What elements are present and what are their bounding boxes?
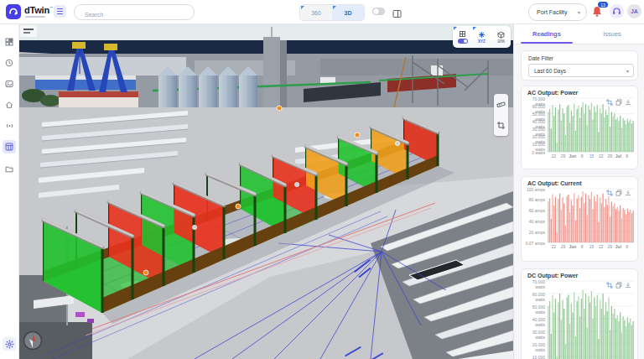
bar <box>587 328 588 359</box>
date-filter-dropdown[interactable]: Last 60 Days▾ <box>528 64 634 77</box>
chart-copy-icon[interactable] <box>615 99 622 106</box>
3d-viewport[interactable]: XYZ BIM <box>18 23 513 359</box>
bar <box>574 293 574 359</box>
bar <box>624 211 625 242</box>
chart-copy-icon[interactable] <box>615 282 622 289</box>
bar <box>579 316 580 359</box>
bar <box>562 108 563 152</box>
bar <box>584 309 584 359</box>
sidebar-item-sensors[interactable] <box>3 119 16 133</box>
bar <box>633 211 634 242</box>
settings-button[interactable] <box>3 337 16 351</box>
bar <box>552 105 553 152</box>
bar <box>630 210 631 242</box>
bar <box>611 201 612 242</box>
bar <box>628 323 629 359</box>
bar <box>605 303 606 359</box>
viewport-side-tools <box>494 94 508 136</box>
xyz-axes-button[interactable]: XYZ <box>472 26 491 48</box>
bar <box>551 334 552 359</box>
bar <box>623 316 624 359</box>
y-tick-label: 80 amps <box>522 197 545 202</box>
model-toggle-on[interactable] <box>458 39 468 44</box>
brand-tagline <box>25 16 45 18</box>
bar <box>592 120 593 152</box>
bar <box>615 209 616 242</box>
bar <box>587 215 588 242</box>
bar <box>559 194 560 242</box>
chart-expand-icon[interactable] <box>606 99 613 106</box>
user-avatar[interactable]: JA <box>627 4 641 18</box>
sidebar-item-dashboard[interactable] <box>3 35 16 49</box>
model-visibility-button[interactable] <box>453 26 472 48</box>
chart-download-icon[interactable] <box>625 190 631 196</box>
sidebar-item-assets[interactable] <box>3 98 16 112</box>
y-tick-label: 100 amps <box>522 187 545 192</box>
support-button[interactable] <box>610 4 624 18</box>
y-tick-label: 20 amps <box>522 230 545 235</box>
bar <box>595 112 596 152</box>
compass-widget[interactable] <box>24 332 42 350</box>
bar <box>562 300 563 359</box>
app-window: dTwin™ 360 3D Port Facility▾ 13 JA <box>0 0 644 359</box>
tab-readings[interactable]: Readings <box>514 23 579 44</box>
bar <box>626 124 626 152</box>
clip-icon[interactable] <box>496 121 506 130</box>
bar <box>581 197 582 242</box>
bar <box>627 318 628 359</box>
bar <box>592 319 593 359</box>
bar <box>591 192 592 242</box>
sidebar-item-projects[interactable] <box>3 162 16 175</box>
sidebar-item-history[interactable] <box>3 56 16 70</box>
bar <box>623 208 624 242</box>
chart-expand-icon[interactable] <box>606 190 613 196</box>
readings-icon <box>5 143 13 151</box>
bim-button[interactable]: BIM <box>491 26 511 48</box>
dtwin-logo-icon[interactable] <box>6 4 21 19</box>
split-view-icon[interactable] <box>392 7 402 16</box>
site-selector-dropdown[interactable]: Port Facility▾ <box>528 3 587 21</box>
chart-download-icon[interactable] <box>625 282 631 289</box>
sidebar-item-readings[interactable] <box>3 140 16 153</box>
search-input[interactable] <box>83 11 187 18</box>
chart-copy-icon[interactable] <box>615 190 622 196</box>
bar <box>571 304 572 359</box>
main-menu-button[interactable] <box>54 5 66 18</box>
bar <box>569 324 570 359</box>
bar <box>549 301 550 359</box>
view-360-button[interactable]: 360 <box>300 5 332 20</box>
bar <box>617 117 618 152</box>
bar <box>557 232 558 242</box>
bar <box>628 122 629 152</box>
bar <box>594 298 595 359</box>
chart-download-icon[interactable] <box>625 99 631 106</box>
bar <box>613 117 614 152</box>
bar <box>595 201 596 242</box>
x-tick-label: 8 <box>621 244 634 249</box>
bar <box>553 206 554 242</box>
bar <box>624 121 625 152</box>
chart-plot <box>548 98 634 152</box>
chart-card: AC Output: Current 100 amps80 amps60 amp… <box>521 176 638 262</box>
y-tick-label: 70,000 watts <box>522 279 545 289</box>
chart-expand-icon[interactable] <box>606 282 613 289</box>
measure-icon[interactable] <box>496 100 506 109</box>
bar <box>585 104 586 152</box>
overlay-toggle[interactable] <box>372 8 385 15</box>
bar <box>601 113 602 152</box>
bar <box>564 203 564 242</box>
bar <box>604 117 605 152</box>
bar <box>562 197 563 242</box>
y-tick-label: 40 amps <box>522 219 545 224</box>
bar <box>584 203 584 242</box>
bar <box>572 116 573 152</box>
chart-plot <box>548 281 634 359</box>
bar <box>552 295 553 359</box>
bar <box>611 306 612 359</box>
view-3d-button[interactable]: 3D <box>332 5 364 20</box>
date-filter-label: Date Filter <box>528 55 553 61</box>
sidebar-item-gallery[interactable] <box>3 77 16 91</box>
top-bar: dTwin™ 360 3D Port Facility▾ 13 JA <box>0 0 644 24</box>
3d-scene-canvas[interactable] <box>18 23 513 359</box>
tab-issues[interactable]: Issues <box>579 23 644 44</box>
